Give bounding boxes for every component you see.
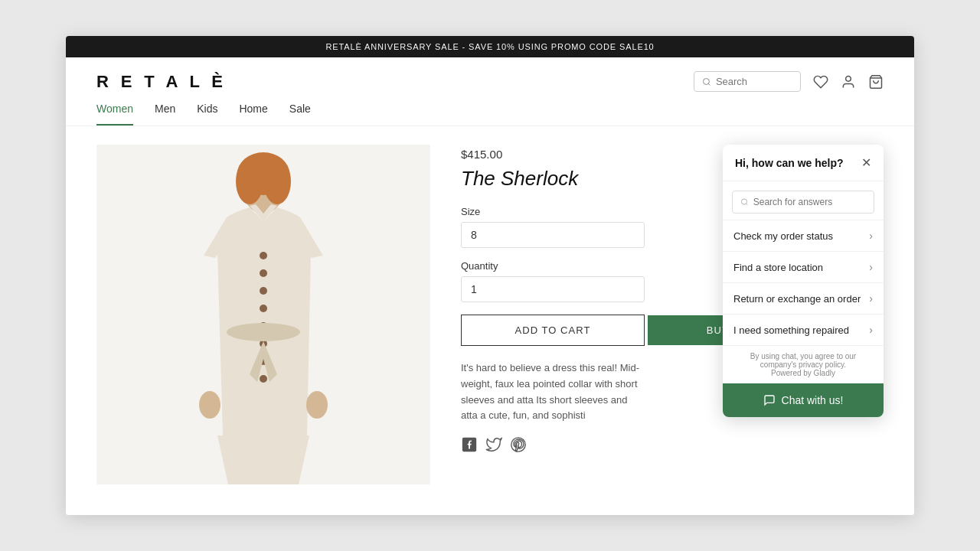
nav-item-women[interactable]: Women bbox=[96, 103, 133, 126]
product-image bbox=[96, 145, 430, 484]
facebook-icon[interactable] bbox=[461, 436, 478, 453]
product-description: It's hard to believe a dress this real! … bbox=[461, 360, 645, 424]
site-header: R E T A L È Women Men Kids bbox=[66, 57, 914, 126]
twitter-icon[interactable] bbox=[485, 436, 502, 453]
nav-item-home[interactable]: Home bbox=[239, 103, 267, 126]
nav-item-sale[interactable]: Sale bbox=[289, 103, 311, 126]
chat-powered-by: Powered by Gladly bbox=[732, 369, 874, 377]
pinterest-icon[interactable] bbox=[510, 436, 527, 453]
chevron-right-icon: › bbox=[869, 230, 873, 242]
svg-line-1 bbox=[708, 83, 710, 85]
chevron-right-icon: › bbox=[869, 261, 873, 273]
chat-header: Hi, how can we help? ✕ bbox=[723, 145, 884, 181]
site-nav: Women Men Kids Home Sale bbox=[96, 103, 884, 126]
svg-point-13 bbox=[260, 305, 267, 312]
svg-point-8 bbox=[263, 158, 291, 204]
chat-option-return-exchange[interactable]: Return or exchange an order › bbox=[723, 282, 884, 314]
chat-cta-button[interactable]: Chat with us! bbox=[723, 383, 884, 417]
nav-item-kids[interactable]: Kids bbox=[197, 103, 217, 126]
svg-point-12 bbox=[260, 287, 267, 295]
chat-option-label: Find a store location bbox=[733, 262, 823, 273]
chevron-right-icon: › bbox=[869, 324, 873, 336]
chat-search[interactable] bbox=[732, 191, 874, 214]
search-box[interactable] bbox=[694, 71, 801, 92]
svg-point-0 bbox=[703, 78, 709, 84]
svg-point-7 bbox=[236, 158, 263, 204]
svg-point-11 bbox=[260, 269, 267, 277]
browser-frame: RETALÈ ANNIVERSARY SALE - SAVE 10% USING… bbox=[66, 36, 914, 515]
search-input[interactable] bbox=[716, 76, 792, 87]
chat-option-label: Return or exchange an order bbox=[733, 293, 861, 305]
svg-point-18 bbox=[227, 323, 300, 341]
svg-point-2 bbox=[846, 76, 851, 81]
add-to-cart-button[interactable]: ADD TO CART bbox=[461, 315, 645, 346]
account-icon[interactable] bbox=[841, 74, 856, 90]
chat-bubble-icon bbox=[763, 394, 776, 406]
chat-search-input[interactable] bbox=[753, 197, 866, 207]
chat-cta-label: Chat with us! bbox=[782, 394, 844, 406]
main-content: $415.00 The Sherlock Size 8 Quantity 1 A… bbox=[66, 126, 914, 515]
site-logo[interactable]: R E T A L È bbox=[96, 72, 227, 92]
svg-point-19 bbox=[306, 391, 328, 419]
svg-point-22 bbox=[741, 199, 746, 204]
chat-option-store-location[interactable]: Find a store location › bbox=[723, 251, 884, 282]
header-top: R E T A L È bbox=[96, 71, 884, 92]
chat-footer: By using chat, you agree to our company'… bbox=[723, 345, 884, 383]
chat-search-icon bbox=[740, 197, 749, 207]
cart-icon[interactable] bbox=[868, 74, 884, 90]
social-icons bbox=[461, 436, 884, 453]
search-icon bbox=[702, 77, 711, 87]
chat-option-repair[interactable]: I need something repaired › bbox=[723, 314, 884, 345]
svg-line-23 bbox=[746, 204, 747, 205]
chat-option-label: Check my order status bbox=[733, 230, 833, 242]
announcement-text: RETALÈ ANNIVERSARY SALE - SAVE 10% USING… bbox=[325, 42, 654, 51]
chat-close-button[interactable]: ✕ bbox=[861, 155, 871, 170]
quantity-value[interactable]: 1 bbox=[461, 276, 645, 302]
svg-point-10 bbox=[260, 252, 267, 259]
nav-item-men[interactable]: Men bbox=[155, 103, 175, 126]
wishlist-icon[interactable] bbox=[813, 74, 828, 90]
chat-privacy-text: By using chat, you agree to our company'… bbox=[732, 352, 874, 369]
announcement-bar: RETALÈ ANNIVERSARY SALE - SAVE 10% USING… bbox=[66, 36, 914, 57]
chat-option-label: I need something repaired bbox=[733, 324, 849, 336]
chevron-right-icon: › bbox=[869, 292, 873, 305]
svg-point-20 bbox=[199, 391, 220, 419]
size-value[interactable]: 8 bbox=[461, 222, 645, 248]
chat-widget: Hi, how can we help? ✕ Check my order st… bbox=[723, 145, 884, 417]
chat-option-order-status[interactable]: Check my order status › bbox=[723, 220, 884, 251]
chat-header-title: Hi, how can we help? bbox=[735, 157, 844, 169]
svg-point-17 bbox=[260, 375, 267, 383]
header-icons bbox=[694, 71, 884, 92]
product-image-wrap bbox=[96, 145, 430, 484]
